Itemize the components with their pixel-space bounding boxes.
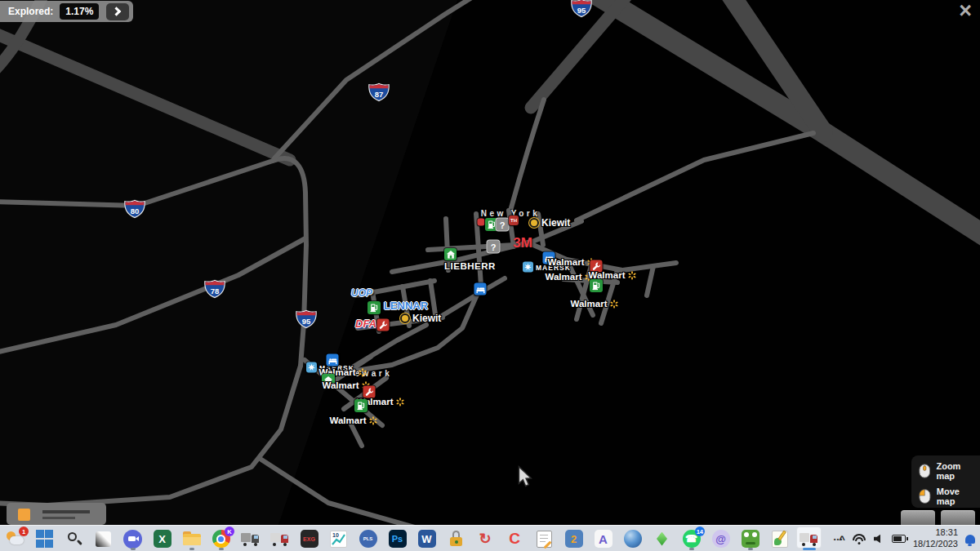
whatsapp-app[interactable]: ☎14 <box>681 527 702 550</box>
walmart-spark-icon <box>395 398 404 407</box>
running-indicator <box>189 548 194 550</box>
walmart-spark-icon <box>358 368 367 377</box>
windows-taskbar: 1 X K EXG 10 PLSPsW ↻C <box>0 525 980 551</box>
wordart-app[interactable]: A <box>593 527 613 550</box>
clock[interactable]: 18:31 18/12/2023 <box>913 527 958 550</box>
kiewit-icon <box>400 313 410 323</box>
repair-shop-icon <box>377 319 390 331</box>
svg-text:95: 95 <box>302 317 311 326</box>
walmart-spark-icon <box>627 271 636 280</box>
running-indicator <box>131 548 136 550</box>
file-explorer[interactable] <box>181 527 202 550</box>
running-indicator <box>219 548 224 550</box>
notification-bell-icon[interactable] <box>965 535 975 544</box>
word-app[interactable]: W <box>416 527 437 550</box>
explored-label: Explored: <box>8 6 53 17</box>
move-map-hint: Move map <box>919 487 980 506</box>
trading-app[interactable]: 10 <box>328 527 349 550</box>
battery-icon[interactable] <box>892 535 906 543</box>
volume-icon[interactable] <box>874 534 884 544</box>
map-marker-walmart: Walmart <box>548 257 596 267</box>
sync-app[interactable]: ↻ <box>475 527 496 550</box>
interstate-shield-icon: 80 <box>124 199 146 219</box>
map-marker-shield: 78 <box>204 279 226 299</box>
map-marker-kiewit: Kiewit <box>529 217 570 229</box>
chrome-browser-badge: K <box>225 527 234 536</box>
map-marker-walmart: Walmart <box>546 272 594 282</box>
running-indicator <box>803 548 816 550</box>
truck-game-active[interactable] <box>799 527 819 550</box>
map-marker-lennar: LENNAR <box>384 300 428 312</box>
close-map-button[interactable]: × <box>959 0 972 24</box>
search-button[interactable] <box>64 527 84 550</box>
password-app[interactable] <box>446 527 466 550</box>
walmart-logo: Walmart <box>330 415 367 425</box>
chat-app[interactable] <box>122 527 143 550</box>
map-app[interactable]: 2 <box>564 527 584 550</box>
walmart-logo: Walmart <box>548 257 585 267</box>
map-marker-fuel <box>368 301 381 314</box>
tray-date: 18/12/2023 <box>913 539 958 550</box>
map-marker-redbox <box>478 219 485 226</box>
map-marker-th: TH <box>509 216 519 225</box>
maersk-icon <box>306 362 317 373</box>
liebherr-logo: LIEBHERR <box>444 261 496 271</box>
truck-sim-app[interactable] <box>240 527 261 550</box>
svg-text:80: 80 <box>131 207 140 216</box>
map-marker-shield: 95 <box>296 309 318 329</box>
map-roads <box>0 0 980 551</box>
ccleaner-app[interactable]: C <box>505 527 525 550</box>
explored-expand-button[interactable] <box>106 3 129 20</box>
world-map[interactable]: 9587807895New YorkNewark?THKiewit3M?LIEB… <box>0 0 980 551</box>
legend-color-swatch <box>18 509 30 521</box>
task-view-button[interactable] <box>93 527 114 550</box>
kiewit-logo: Kiewit <box>412 313 441 324</box>
sims-app[interactable] <box>652 527 672 550</box>
map-marker-walmart: Walmart <box>571 299 619 309</box>
map-marker-walmart: Walmart <box>330 415 378 425</box>
weather-widget-badge: 1 <box>19 527 29 536</box>
svg-text:78: 78 <box>211 287 220 295</box>
photoshop-app[interactable]: Ps <box>387 527 408 550</box>
map-marker-hotel <box>474 283 487 295</box>
maersk-icon <box>523 262 533 273</box>
wifi-icon[interactable] <box>853 534 866 544</box>
paint-app[interactable] <box>769 527 790 550</box>
liebherr-icon <box>444 248 457 260</box>
exg-app[interactable]: EXG <box>299 527 319 550</box>
chrome-browser[interactable]: K <box>211 527 231 550</box>
fuel-station-icon <box>354 399 368 412</box>
undiscovered-icon: ? <box>497 219 509 231</box>
mouse-leftclick-icon <box>919 488 931 504</box>
weather-widget[interactable]: 1 <box>5 527 25 550</box>
hotel-icon <box>327 354 339 367</box>
map-button-left[interactable] <box>901 510 935 525</box>
map-button-right[interactable] <box>941 510 975 525</box>
pls-app[interactable]: PLS <box>358 527 378 550</box>
game-store-app[interactable] <box>740 527 760 550</box>
notes-app[interactable] <box>534 527 555 550</box>
legend-panel-partial <box>7 503 106 525</box>
interstate-shield-icon: 87 <box>368 82 390 102</box>
svg-text:95: 95 <box>577 6 586 15</box>
kiewit-icon <box>529 218 539 228</box>
mouse-cursor <box>514 465 534 488</box>
map-controls-panel: Zoom map Move map <box>911 455 980 508</box>
browser-globe-app[interactable] <box>622 527 643 550</box>
bittorrent-app[interactable]: @ <box>710 527 731 550</box>
map-marker-threeM: 3M <box>513 235 532 251</box>
show-hidden-icons-button[interactable]: ^ <box>839 533 845 545</box>
map-marker-fuel <box>354 399 368 412</box>
svg-text:87: 87 <box>375 90 384 99</box>
fuel-station-icon <box>590 279 603 292</box>
start-button[interactable] <box>34 527 55 550</box>
map-marker-kiewit: Kiewit <box>400 313 441 324</box>
explored-bar: Explored: 1.17% <box>0 1 133 22</box>
company-th-icon: TH <box>509 216 519 225</box>
map-marker-question: ? <box>497 219 509 231</box>
excel-app[interactable]: X <box>152 527 172 550</box>
walmart-spark-icon <box>368 416 377 425</box>
ats-app[interactable] <box>270 527 290 550</box>
interstate-shield-icon: 95 <box>571 0 593 18</box>
mouse-scroll-icon <box>919 463 930 479</box>
